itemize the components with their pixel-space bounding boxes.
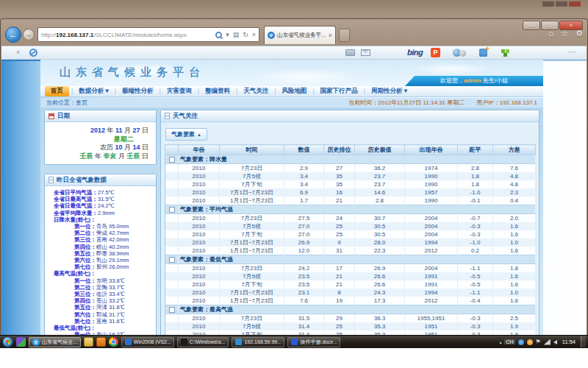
cell: 27 [324,164,355,173]
folder-icon[interactable] [84,337,93,347]
window-close-button[interactable]: × [559,21,583,30]
taskbar-window-button-1[interactable]: C:\Windows\s... [177,337,229,347]
cell: -0.3 [458,222,493,230]
main-nav: 首页|数据分析 ▾|极端性分析|灾害查询|整编资料|天气关注|风险地图|国家下行… [40,86,543,97]
cell: 2010 [179,280,220,289]
taskbar-ie-button[interactable]: e 山东省气候业... [29,337,81,347]
table-row: 20107月5候23.52126.61991-0.51.6 [165,272,536,280]
taskbar-window-icon [181,339,187,345]
bing-badge-icon[interactable]: P [431,48,440,57]
stat-label: 全省日平均气温： [54,189,98,196]
table-group-row-1: 气象要素：平均气温 [165,205,536,214]
media-circle-icon-2[interactable] [459,50,466,57]
cell: -1.0 [458,188,493,197]
status-right: 当前时间：2012年11月27日 11:14:31 星期二 用户IP：192.1… [348,98,537,107]
window-minimize-button[interactable]: — [523,21,540,30]
nav-item-8[interactable]: 周期性分析 ▾ [365,86,413,96]
group-checkbox[interactable] [169,207,175,213]
bing-logo[interactable]: bing [407,48,423,57]
cell: 23.5 [284,272,324,280]
app-icon-orange[interactable] [96,337,106,347]
search-dropdown-icon[interactable]: ▾ [226,31,229,38]
taskbar-clock[interactable]: 11:54 [562,339,576,345]
weather-element-filter-button[interactable]: 气象要素 ▲ [165,128,207,141]
list-icon [165,113,170,119]
rank-value: 临沂 33.4℃ [96,291,125,297]
page-body: 日期 2012 年 11 月 27 日星期二农历 10 月 14 日壬辰 年 辛… [40,107,543,348]
chrome-icon[interactable] [109,337,118,347]
mail-icon[interactable] [361,49,370,56]
quick-launch-icon[interactable] [16,337,26,347]
card-icon[interactable] [345,49,355,56]
start-button[interactable] [2,336,13,347]
group-name: 气象要素：最高气温 [179,305,536,314]
group-checkbox[interactable] [169,307,175,313]
cell: 7月5候 [220,272,284,280]
cell: 1.7 [284,197,324,205]
search-icon[interactable] [215,32,222,38]
action-center-flag-icon[interactable]: ⚑ [536,339,541,345]
cell: 7月23日 [220,314,284,323]
col-header-1: 时间 [220,145,284,155]
calendar-text: 日 [142,152,148,160]
nav-item-6[interactable]: 风险地图 [276,86,312,96]
toolbar-more-icon[interactable]: ⋯ [568,47,576,57]
group-checkbox[interactable] [169,157,175,163]
cell: 2004 [405,230,458,238]
toolbar-close-icon[interactable]: × [16,49,20,56]
nav-item-3[interactable]: 灾害查询 [161,86,198,96]
taskbar-window-button-2[interactable]: 192.168.59.99... [232,337,284,347]
main-content: 天气关注 气象要素 ▲ 年份时间数值历史排位历史极值出现年份距平方差 [160,110,539,348]
cell: 9 [324,238,355,247]
compatibility-view-icon[interactable]: ▤ [233,31,240,38]
row-select-cell [165,289,179,297]
nav-item-4[interactable]: 整编资料 [199,86,236,96]
stop-icon[interactable]: × [252,31,256,38]
show-desktop-button[interactable] [581,336,586,347]
rank-value: 苍山 33.2℃ [96,297,125,304]
speaker-icon[interactable] [553,340,557,344]
nav-item-5[interactable]: 天气关注 [237,86,274,96]
blocked-content-icon[interactable] [29,49,37,57]
windows-flag-icon [6,340,10,344]
addon-toolbar: × bing P ⋯ [1,46,587,60]
cell: -1.1 [458,264,493,273]
address-bar[interactable]: http://192.168.137.1/GLCCLIMATE/modules/… [37,27,259,42]
tray-app-icon[interactable] [518,339,524,345]
nav-item-7[interactable]: 国家下行产品 [315,86,364,96]
cell: 6.9 [284,188,324,197]
nav-item-0[interactable]: 首页 [45,86,69,96]
browser-forward-button[interactable]: → [23,29,35,40]
refresh-icon[interactable]: ↻ [243,31,248,38]
people-icon[interactable] [479,49,487,57]
col-header-2: 数值 [284,145,324,155]
cell: 2.0 [493,214,536,223]
cell: -1.1 [458,289,493,297]
taskbar-window-button-3[interactable]: 操作手册.docx ... [287,337,340,347]
nav-item-1[interactable]: 数据分析 ▾ [73,86,115,96]
cell: 1951 [405,322,458,330]
tab-close-icon[interactable]: × [329,32,332,39]
weather-rank-line: 第七位：胶州 26.0mm [46,263,154,270]
nav-item-2[interactable]: 极端性分析 [116,86,159,96]
browser-back-button[interactable]: ← [5,26,21,43]
cell: 4.8 [493,180,536,188]
network-icon[interactable] [544,339,551,345]
new-tab-button[interactable] [339,29,350,42]
tray-up-arrow-icon[interactable]: ▴ [499,339,501,344]
stat-label: 全省平均降水量： [54,210,98,216]
tray-app-icon-orange[interactable] [527,339,533,345]
cell: 2010 [179,238,220,247]
taskbar: e 山东省气候业... Win2008 (VS2...C:\Windows\s.… [0,335,588,348]
table-row: 20107月1日~7月23日6.91614.61957-1.02.3 [165,188,536,197]
table-row: 20101月1日~7月23日12.03122.320120.21.6 [165,247,536,255]
window-maximize-button[interactable]: □ [541,21,559,30]
blocks-icon[interactable] [501,49,505,53]
group-checkbox[interactable] [169,257,175,263]
cell: -0.3 [458,314,493,323]
language-indicator[interactable]: CH [504,339,514,344]
browser-tab[interactable]: e 山东省气候业务平... × [264,26,336,44]
cell: 27.5 [284,214,324,223]
cell: 2010 [179,164,220,173]
taskbar-window-button-0[interactable]: Win2008 (VS2... [121,337,174,347]
